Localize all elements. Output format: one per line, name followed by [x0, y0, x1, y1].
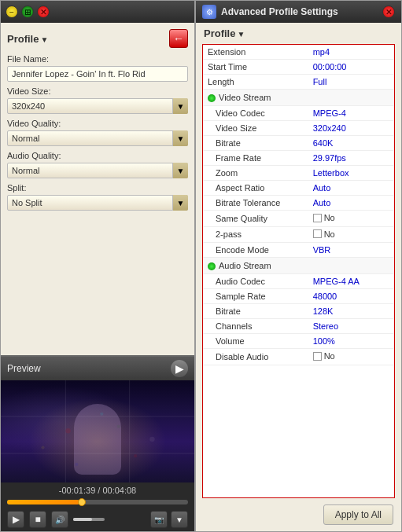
setting-value: Auto	[308, 196, 394, 211]
setting-key: Start Time	[203, 60, 308, 75]
svg-point-7	[149, 437, 154, 442]
section-label: Audio Stream	[219, 261, 271, 270]
table-row: Bitrate640K	[203, 136, 394, 151]
table-row: Audio CodecMPEG-4 AA	[203, 274, 394, 289]
minimize-button[interactable]: −	[6, 6, 18, 18]
settings-table: Extensionmp4Start Time00:00:00LengthFull…	[203, 45, 394, 365]
video-grid	[1, 380, 194, 482]
progress-fill	[7, 500, 79, 504]
table-row: Audio Stream	[203, 258, 394, 274]
section-dot-icon	[208, 94, 216, 102]
setting-value: MPEG-4 AA	[308, 274, 394, 289]
setting-value: 00:00:00	[308, 60, 394, 75]
volume-slider[interactable]	[73, 518, 105, 521]
video-quality-select-wrapper: Normal ▼	[7, 130, 188, 146]
extra-controls: 📷 ▼	[150, 511, 188, 528]
profile-label: Profile	[7, 33, 48, 45]
maximize-button[interactable]: ⊞	[21, 6, 34, 18]
table-row: Same QualityNo	[203, 211, 394, 227]
section-label: Video Stream	[219, 93, 271, 102]
file-name-input[interactable]	[7, 66, 188, 82]
checkbox-label: No	[324, 213, 335, 222]
settings-table-container[interactable]: Extensionmp4Start Time00:00:00LengthFull…	[202, 44, 395, 498]
setting-value: 48000	[308, 289, 394, 304]
split-select[interactable]: No Split	[7, 195, 188, 211]
table-row: Extensionmp4	[203, 45, 394, 60]
progress-bar-container	[1, 498, 194, 508]
volume-fill	[73, 518, 92, 521]
right-panel-title: Advanced Profile Settings	[221, 6, 378, 17]
progress-track[interactable]	[7, 500, 188, 504]
left-panel: − ⊞ ✕ Profile ← File Name: Video Size: 3…	[0, 0, 195, 532]
setting-key: Volume	[203, 334, 308, 349]
video-size-label: Video Size:	[7, 86, 188, 96]
preview-next-button[interactable]: ▶	[171, 360, 188, 377]
back-button[interactable]: ←	[169, 29, 188, 48]
right-close-button[interactable]: ✕	[382, 6, 395, 18]
left-content: Profile ← File Name: Video Size: 320x240…	[1, 23, 194, 355]
setting-value: 320x240	[308, 121, 394, 136]
setting-value: 100%	[308, 334, 394, 349]
progress-thumb[interactable]	[78, 498, 86, 506]
table-row: Sample Rate48000	[203, 289, 394, 304]
section-dot-icon	[208, 262, 216, 270]
video-quality-select[interactable]: Normal	[7, 130, 188, 146]
setting-key: Length	[203, 75, 308, 90]
setting-value: No	[308, 349, 394, 365]
setting-key: Same Quality	[203, 211, 308, 227]
left-titlebar: − ⊞ ✕	[1, 1, 194, 23]
close-button[interactable]: ✕	[37, 6, 50, 18]
apply-to-all-button[interactable]: Apply to All	[323, 504, 393, 525]
right-content: Profile Extensionmp4Start Time00:00:00Le…	[196, 23, 401, 531]
setting-value: 29.97fps	[308, 151, 394, 166]
setting-value: Letterbox	[308, 166, 394, 181]
setting-key: Frame Rate	[203, 151, 308, 166]
video-size-select-wrapper: 320x240 ▼	[7, 98, 188, 114]
checkbox-icon[interactable]	[313, 352, 322, 361]
table-row: Video CodecMPEG-4	[203, 106, 394, 121]
right-profile-label: Profile	[196, 23, 401, 44]
setting-key: Bitrate Tolerance	[203, 196, 308, 211]
setting-value: VBR	[308, 243, 394, 258]
video-quality-label: Video Quality:	[7, 119, 188, 128]
table-row: 2-passNo	[203, 226, 394, 243]
setting-value: No	[308, 226, 394, 243]
volume-button[interactable]: 🔊	[51, 511, 68, 528]
setting-key: 2-pass	[203, 226, 308, 243]
stop-button[interactable]: ■	[29, 511, 46, 528]
svg-point-6	[41, 446, 44, 449]
table-row: Volume100%	[203, 334, 394, 349]
more-button[interactable]: ▼	[171, 511, 188, 528]
checkbox-icon[interactable]	[313, 214, 322, 222]
svg-point-5	[100, 413, 103, 416]
svg-point-9	[75, 463, 78, 466]
setting-value: MPEG-4	[308, 106, 394, 121]
audio-quality-select[interactable]: Normal	[7, 163, 188, 178]
table-row: ZoomLetterbox	[203, 166, 394, 181]
audio-quality-label: Audio Quality:	[7, 151, 188, 160]
checkbox-icon[interactable]	[313, 229, 322, 238]
svg-point-8	[134, 454, 137, 457]
setting-key: Video Codec	[203, 106, 308, 121]
file-name-label: File Name:	[7, 54, 188, 64]
table-row: LengthFull	[203, 75, 394, 90]
right-footer: Apply to All	[196, 498, 401, 531]
setting-key: Bitrate	[203, 304, 308, 319]
preview-header: Preview ▶	[1, 357, 194, 380]
table-row: Video Size320x240	[203, 121, 394, 136]
preview-label: Preview	[7, 363, 41, 374]
table-row: Bitrate128K	[203, 304, 394, 319]
preview-section: Preview ▶ -00:01	[1, 355, 194, 531]
setting-key: Audio Codec	[203, 274, 308, 289]
controls-bar: ▶ ■ 🔊 📷 ▼	[1, 508, 194, 531]
table-row: Start Time00:00:00	[203, 60, 394, 75]
checkbox-label: No	[324, 229, 335, 239]
table-row: Aspect RatioAuto	[203, 181, 394, 196]
play-button[interactable]: ▶	[7, 511, 24, 528]
video-size-select[interactable]: 320x240	[7, 98, 188, 114]
table-row: Bitrate ToleranceAuto	[203, 196, 394, 211]
right-titlebar: ⚙ Advanced Profile Settings ✕	[196, 1, 401, 23]
capture-button[interactable]: 📷	[150, 511, 168, 528]
setting-value: 640K	[308, 136, 394, 151]
table-row: Video Stream	[203, 90, 394, 106]
